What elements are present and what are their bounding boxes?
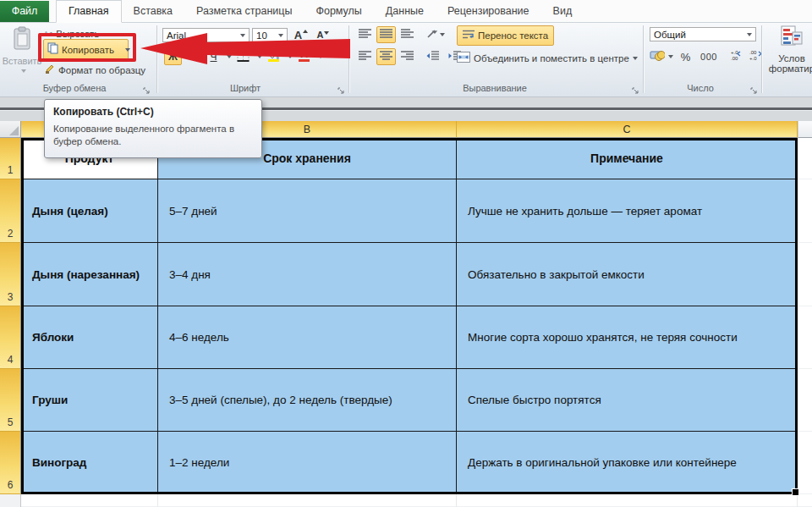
cell-B4[interactable]: 4–6 недель <box>158 306 457 369</box>
text-orientation-icon <box>426 27 438 42</box>
merge-center-button[interactable]: Объединить и поместить в центре <box>457 51 638 66</box>
row-header-stub <box>0 494 21 507</box>
clipboard-icon <box>13 26 31 53</box>
svg-text:+.0: +.0 <box>749 56 757 61</box>
column-header-C[interactable]: C <box>457 121 798 138</box>
tab-file[interactable]: Файл <box>0 1 49 22</box>
align-middle-button[interactable] <box>376 26 396 43</box>
number-group-label: Число <box>650 83 751 93</box>
cell-A3[interactable]: Дыня (нарезанная) <box>21 243 158 306</box>
svg-text:.00: .00 <box>749 50 757 55</box>
cell-A2[interactable]: Дыня (целая) <box>21 179 158 243</box>
grid-stub <box>798 494 812 507</box>
empty-cell[interactable] <box>21 494 158 507</box>
row-header-4[interactable]: 4 <box>0 306 21 369</box>
grid-stub <box>798 138 812 179</box>
paste-label: Вставить <box>3 56 42 66</box>
grid-stub <box>798 432 812 494</box>
ribbon-tab-bar: Файл Главная Вставка Разметка страницы Ф… <box>0 0 812 23</box>
decrease-decimal-button[interactable]: .00+.0 <box>746 48 765 65</box>
cell-B6[interactable]: 1–2 недели <box>158 432 457 494</box>
tab-view[interactable]: Вид <box>541 1 584 22</box>
row-header-3[interactable]: 3 <box>0 243 21 306</box>
cell-C5[interactable]: Спелые быстро портятся <box>457 369 798 432</box>
alignment-dialog-launcher[interactable] <box>631 84 641 94</box>
tab-review[interactable]: Рецензирование <box>436 1 541 22</box>
cell-C6[interactable]: Держать в оригинальной упаковке или конт… <box>457 432 798 494</box>
align-center-button[interactable] <box>376 48 396 65</box>
align-middle-icon <box>380 27 392 42</box>
wrap-text-button[interactable]: Перенос текста <box>457 25 554 46</box>
number-format-combo[interactable]: Общий <box>650 27 756 41</box>
percent-style-button[interactable]: % <box>677 48 694 65</box>
align-bottom-button[interactable] <box>398 26 417 43</box>
tooltip-body: Копирование выделенного фрагмента в буфе… <box>53 123 253 148</box>
tooltip-title: Копировать (Ctrl+C) <box>53 106 253 118</box>
format-painter-button[interactable]: Формат по образцу <box>45 63 145 77</box>
tab-formulas[interactable]: Формулы <box>304 1 373 22</box>
copy-tooltip: Копировать (Ctrl+C) Копирование выделенн… <box>44 99 262 158</box>
cell-C3[interactable]: Обязательно в закрытой емкости <box>457 243 798 306</box>
align-top-button[interactable] <box>355 26 375 43</box>
align-left-icon <box>359 49 371 64</box>
accounting-format-button[interactable] <box>650 49 673 64</box>
tab-data[interactable]: Данные <box>374 1 436 22</box>
number-format-dropdown-arrow <box>747 33 752 36</box>
cell-B5[interactable]: 3–5 дней (спелые), до 2 недель (твердые) <box>158 369 457 432</box>
font-group-label: Шрифт <box>169 83 321 93</box>
cell-C2[interactable]: Лучше не хранить дольше — теряет аромат <box>457 179 798 243</box>
svg-text:.00: .00 <box>731 56 738 61</box>
decrease-indent-button[interactable] <box>423 48 442 65</box>
annotation-highlight-box <box>38 33 136 62</box>
align-center-icon <box>380 49 392 64</box>
grid-stub <box>798 306 812 369</box>
excel-window: Файл Главная Вставка Разметка страницы Ф… <box>0 0 812 507</box>
alignment-group-label: Выравнивание <box>406 83 584 93</box>
cell-C4[interactable]: Многие сорта хорошо хранятся, не теряя с… <box>457 306 798 369</box>
merge-center-label: Объединить и поместить в центре <box>474 53 629 63</box>
conditional-formatting-button[interactable]: Услов форматир <box>766 25 812 74</box>
row-header-2[interactable]: 2 <box>0 179 21 243</box>
comma-style-button[interactable]: 000 <box>697 48 721 65</box>
font-dialog-launcher[interactable] <box>337 84 347 94</box>
align-left-button[interactable] <box>355 48 375 65</box>
conditional-formatting-label-line2: форматир <box>769 63 812 74</box>
empty-cell[interactable] <box>457 494 798 507</box>
wrap-text-label: Перенос текста <box>478 30 548 41</box>
annotation-arrow <box>135 30 355 66</box>
align-right-button[interactable] <box>398 48 417 65</box>
cell-A6[interactable]: Виноград <box>21 432 158 494</box>
select-all-corner[interactable] <box>0 121 21 138</box>
empty-cell[interactable] <box>158 494 457 507</box>
align-top-icon <box>359 27 371 42</box>
cell-A4[interactable]: Яблоки <box>21 306 158 369</box>
row-header-1[interactable]: 1 <box>0 138 21 179</box>
paste-button[interactable]: Вставить <box>3 26 41 87</box>
row-header-5[interactable]: 5 <box>0 369 21 432</box>
cell-B2[interactable]: 5–7 дней <box>158 179 457 243</box>
row-header-6[interactable]: 6 <box>0 432 21 494</box>
accounting-dropdown-arrow <box>668 55 673 58</box>
number-dialog-launcher[interactable] <box>749 84 760 94</box>
grid-stub <box>798 243 812 306</box>
merge-dropdown-arrow <box>633 57 638 60</box>
tab-page-layout[interactable]: Разметка страницы <box>184 1 304 22</box>
cell-B3[interactable]: 3–4 дня <box>158 243 457 306</box>
format-painter-label: Формат по образцу <box>58 65 145 75</box>
cell-A5[interactable]: Груши <box>21 369 158 432</box>
conditional-formatting-label-line1: Услов <box>778 53 805 63</box>
decrease-indent-icon <box>426 49 439 64</box>
tab-insert[interactable]: Вставка <box>122 1 184 22</box>
grid-stub <box>798 179 812 243</box>
increase-decimal-button[interactable]: +.0.00 <box>726 48 745 65</box>
number-format-value: Общий <box>654 30 686 40</box>
merge-center-icon <box>457 51 470 66</box>
percent-glyph: % <box>681 51 691 63</box>
orientation-button[interactable] <box>423 26 448 43</box>
paste-dropdown-arrow <box>21 69 26 73</box>
cell-C1[interactable]: Примечание <box>457 138 798 179</box>
tab-home[interactable]: Главная <box>56 0 122 23</box>
clipboard-dialog-launcher[interactable] <box>142 84 152 94</box>
align-bottom-icon <box>401 27 414 42</box>
conditional-formatting-icon <box>781 25 803 51</box>
